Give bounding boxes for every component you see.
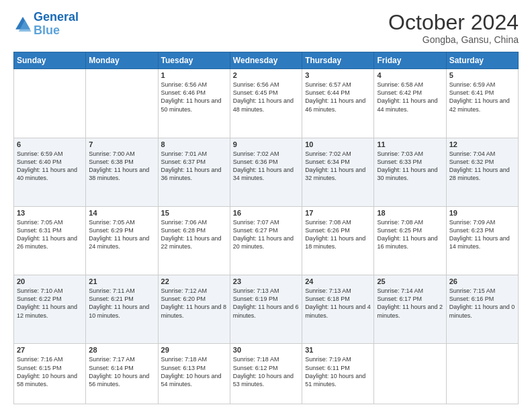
calendar-cell: 27Sunrise: 7:16 AM Sunset: 6:15 PM Dayli… [14, 344, 86, 404]
calendar-cell: 20Sunrise: 7:10 AM Sunset: 6:22 PM Dayli… [14, 275, 86, 344]
cell-info: Sunrise: 7:19 AM Sunset: 6:11 PM Dayligh… [305, 355, 371, 388]
week-row-2: 6Sunrise: 6:59 AM Sunset: 6:40 PM Daylig… [14, 138, 519, 206]
day-number: 1 [161, 71, 227, 79]
day-number: 28 [89, 346, 154, 354]
cell-info: Sunrise: 7:12 AM Sunset: 6:20 PM Dayligh… [161, 287, 227, 320]
week-row-5: 27Sunrise: 7:16 AM Sunset: 6:15 PM Dayli… [14, 344, 519, 404]
logo-line2: Blue [34, 24, 60, 37]
calendar-cell: 21Sunrise: 7:11 AM Sunset: 6:21 PM Dayli… [86, 275, 158, 344]
cell-info: Sunrise: 7:09 AM Sunset: 6:23 PM Dayligh… [449, 218, 515, 251]
cell-info: Sunrise: 6:58 AM Sunset: 6:42 PM Dayligh… [377, 81, 443, 113]
cell-info: Sunrise: 6:56 AM Sunset: 6:46 PM Dayligh… [161, 81, 227, 113]
calendar-cell: 6Sunrise: 6:59 AM Sunset: 6:40 PM Daylig… [14, 138, 86, 206]
day-number: 6 [17, 140, 83, 148]
cell-info: Sunrise: 7:13 AM Sunset: 6:19 PM Dayligh… [233, 287, 299, 320]
day-number: 27 [17, 346, 83, 354]
calendar-table: SundayMondayTuesdayWednesdayThursdayFrid… [13, 52, 519, 404]
logo-line1: General [34, 10, 79, 24]
calendar-cell: 8Sunrise: 7:01 AM Sunset: 6:37 PM Daylig… [158, 138, 230, 206]
day-number: 8 [161, 140, 227, 148]
cell-info: Sunrise: 7:04 AM Sunset: 6:32 PM Dayligh… [449, 150, 515, 183]
day-number: 24 [305, 277, 371, 285]
calendar-cell: 12Sunrise: 7:04 AM Sunset: 6:32 PM Dayli… [446, 138, 518, 206]
day-number: 20 [17, 277, 83, 285]
calendar-cell: 30Sunrise: 7:18 AM Sunset: 6:12 PM Dayli… [230, 344, 302, 404]
cell-info: Sunrise: 7:10 AM Sunset: 6:22 PM Dayligh… [17, 287, 83, 320]
day-number: 4 [377, 71, 443, 79]
calendar-cell: 4Sunrise: 6:58 AM Sunset: 6:42 PM Daylig… [374, 69, 446, 138]
calendar-cell: 10Sunrise: 7:02 AM Sunset: 6:34 PM Dayli… [302, 138, 374, 206]
day-number: 7 [89, 140, 154, 148]
calendar-cell: 23Sunrise: 7:13 AM Sunset: 6:19 PM Dayli… [230, 275, 302, 344]
cell-info: Sunrise: 7:01 AM Sunset: 6:37 PM Dayligh… [161, 150, 227, 183]
cell-info: Sunrise: 7:11 AM Sunset: 6:21 PM Dayligh… [89, 287, 154, 320]
weekday-header-monday: Monday [86, 52, 158, 69]
cell-info: Sunrise: 7:15 AM Sunset: 6:16 PM Dayligh… [449, 287, 515, 320]
cell-info: Sunrise: 7:14 AM Sunset: 6:17 PM Dayligh… [377, 287, 443, 320]
day-number: 12 [449, 140, 515, 148]
day-number: 17 [305, 209, 371, 217]
cell-info: Sunrise: 7:02 AM Sunset: 6:34 PM Dayligh… [305, 150, 371, 183]
day-number: 19 [449, 209, 515, 217]
calendar-cell: 13Sunrise: 7:05 AM Sunset: 6:31 PM Dayli… [14, 206, 86, 275]
cell-info: Sunrise: 7:18 AM Sunset: 6:13 PM Dayligh… [161, 355, 227, 388]
page: General Blue October 2024 Gongba, Gansu,… [0, 0, 532, 411]
weekday-header-row: SundayMondayTuesdayWednesdayThursdayFrid… [14, 52, 519, 69]
cell-info: Sunrise: 6:59 AM Sunset: 6:41 PM Dayligh… [449, 81, 515, 113]
weekday-header-friday: Friday [374, 52, 446, 69]
week-row-4: 20Sunrise: 7:10 AM Sunset: 6:22 PM Dayli… [14, 275, 519, 344]
week-row-3: 13Sunrise: 7:05 AM Sunset: 6:31 PM Dayli… [14, 206, 519, 275]
calendar-cell: 5Sunrise: 6:59 AM Sunset: 6:41 PM Daylig… [446, 69, 518, 138]
cell-info: Sunrise: 7:07 AM Sunset: 6:27 PM Dayligh… [233, 218, 299, 251]
weekday-header-saturday: Saturday [446, 52, 518, 69]
day-number: 10 [305, 140, 371, 148]
day-number: 21 [89, 277, 154, 285]
month-title: October 2024 [388, 11, 519, 34]
logo-text: General Blue [34, 11, 79, 38]
day-number: 5 [449, 71, 515, 79]
day-number: 14 [89, 209, 154, 217]
day-number: 16 [233, 209, 299, 217]
weekday-header-tuesday: Tuesday [158, 52, 230, 69]
calendar-cell: 17Sunrise: 7:08 AM Sunset: 6:26 PM Dayli… [302, 206, 374, 275]
calendar-cell: 2Sunrise: 6:56 AM Sunset: 6:45 PM Daylig… [230, 69, 302, 138]
calendar-cell: 9Sunrise: 7:02 AM Sunset: 6:36 PM Daylig… [230, 138, 302, 206]
calendar-cell: 29Sunrise: 7:18 AM Sunset: 6:13 PM Dayli… [158, 344, 230, 404]
day-number: 2 [233, 71, 299, 79]
weekday-header-wednesday: Wednesday [230, 52, 302, 69]
day-number: 9 [233, 140, 299, 148]
cell-info: Sunrise: 6:57 AM Sunset: 6:44 PM Dayligh… [305, 81, 371, 113]
day-number: 22 [161, 277, 227, 285]
day-number: 23 [233, 277, 299, 285]
cell-info: Sunrise: 7:00 AM Sunset: 6:38 PM Dayligh… [89, 150, 154, 183]
day-number: 26 [449, 277, 515, 285]
cell-info: Sunrise: 7:13 AM Sunset: 6:18 PM Dayligh… [305, 287, 371, 320]
cell-info: Sunrise: 7:06 AM Sunset: 6:28 PM Dayligh… [161, 218, 227, 251]
cell-info: Sunrise: 6:56 AM Sunset: 6:45 PM Dayligh… [233, 81, 299, 113]
day-number: 11 [377, 140, 443, 148]
location-subtitle: Gongba, Gansu, China [388, 34, 519, 45]
cell-info: Sunrise: 7:17 AM Sunset: 6:14 PM Dayligh… [89, 355, 154, 388]
day-number: 13 [17, 209, 83, 217]
weekday-header-sunday: Sunday [14, 52, 86, 69]
day-number: 18 [377, 209, 443, 217]
title-block: October 2024 Gongba, Gansu, China [388, 11, 519, 45]
calendar-cell [86, 69, 158, 138]
week-row-1: 1Sunrise: 6:56 AM Sunset: 6:46 PM Daylig… [14, 69, 519, 138]
calendar-cell [14, 69, 86, 138]
calendar-cell: 18Sunrise: 7:08 AM Sunset: 6:25 PM Dayli… [374, 206, 446, 275]
day-number: 31 [305, 346, 371, 354]
calendar-cell: 26Sunrise: 7:15 AM Sunset: 6:16 PM Dayli… [446, 275, 518, 344]
cell-info: Sunrise: 6:59 AM Sunset: 6:40 PM Dayligh… [17, 150, 83, 183]
cell-info: Sunrise: 7:05 AM Sunset: 6:29 PM Dayligh… [89, 218, 154, 251]
cell-info: Sunrise: 7:08 AM Sunset: 6:25 PM Dayligh… [377, 218, 443, 251]
calendar-cell: 11Sunrise: 7:03 AM Sunset: 6:33 PM Dayli… [374, 138, 446, 206]
cell-info: Sunrise: 7:08 AM Sunset: 6:26 PM Dayligh… [305, 218, 371, 251]
calendar-cell: 16Sunrise: 7:07 AM Sunset: 6:27 PM Dayli… [230, 206, 302, 275]
cell-info: Sunrise: 7:02 AM Sunset: 6:36 PM Dayligh… [233, 150, 299, 183]
calendar-cell: 15Sunrise: 7:06 AM Sunset: 6:28 PM Dayli… [158, 206, 230, 275]
calendar-cell: 24Sunrise: 7:13 AM Sunset: 6:18 PM Dayli… [302, 275, 374, 344]
calendar-cell: 19Sunrise: 7:09 AM Sunset: 6:23 PM Dayli… [446, 206, 518, 275]
logo: General Blue [13, 11, 79, 38]
day-number: 25 [377, 277, 443, 285]
